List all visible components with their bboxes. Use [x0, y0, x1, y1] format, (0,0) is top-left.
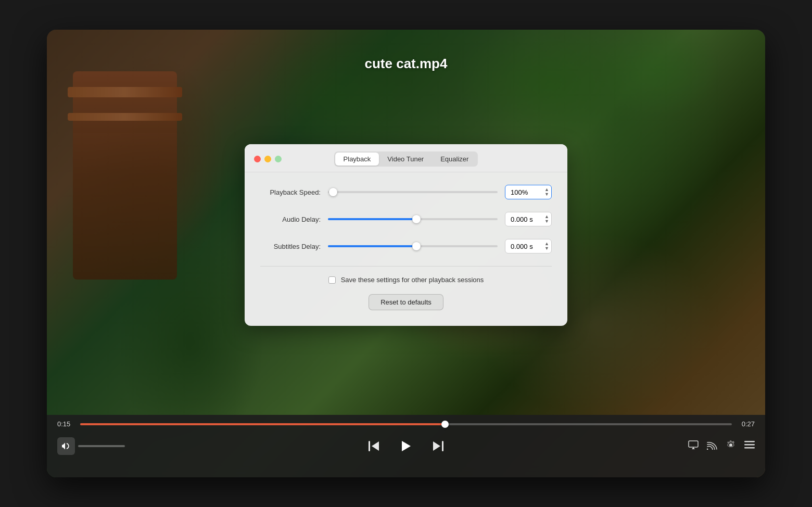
cast-icon	[707, 440, 717, 450]
audio-delay-down-arrow[interactable]: ▼	[544, 219, 549, 224]
playback-speed-row: Playback Speed: 100% ▲ ▼	[260, 185, 552, 199]
playback-dialog: Playback Video Tuner Equalizer Playback …	[245, 144, 567, 326]
skip-back-icon	[369, 441, 380, 451]
maximize-button[interactable]	[275, 156, 282, 162]
audio-delay-stepper[interactable]: ▲ ▼	[544, 214, 549, 224]
player-container: cute cat.mp4 Playback Video Tuner Equali…	[47, 30, 765, 477]
svg-rect-5	[744, 444, 755, 446]
playlist-icon	[744, 441, 755, 449]
audio-delay-thumb[interactable]	[412, 215, 421, 223]
cast-button[interactable]	[707, 440, 717, 452]
svg-rect-1	[442, 441, 443, 451]
playback-speed-value: 100%	[511, 188, 528, 196]
subtitles-delay-row: Subtitles Delay: 0.000 s ▲ ▼	[260, 239, 552, 254]
subtitles-delay-label: Subtitles Delay:	[260, 243, 328, 250]
scene-bench	[73, 71, 177, 280]
audio-delay-slider[interactable]	[328, 218, 498, 220]
airplay-icon	[688, 440, 699, 450]
subtitles-delay-slider[interactable]	[328, 245, 498, 247]
playback-speed-label: Playback Speed:	[260, 188, 328, 196]
svg-rect-2	[689, 441, 698, 447]
tab-equalizer[interactable]: Equalizer	[432, 153, 477, 166]
subtitles-delay-value-box[interactable]: 0.000 s ▲ ▼	[505, 239, 552, 254]
settings-icon	[726, 440, 736, 450]
controls-bar: 0:15 0:27	[47, 415, 765, 477]
dialog-body: Playback Speed: 100% ▲ ▼ Audio Delay:	[245, 172, 567, 326]
speed-down-arrow[interactable]: ▼	[544, 192, 549, 197]
play-button[interactable]	[395, 435, 417, 458]
subtitles-delay-value: 0.000 s	[511, 243, 533, 250]
save-label: Save these settings for other playback s…	[341, 276, 484, 284]
current-time: 0:15	[57, 420, 74, 428]
reset-button[interactable]: Reset to defaults	[369, 294, 443, 310]
total-time: 0:27	[738, 420, 755, 428]
progress-thumb[interactable]	[441, 421, 449, 428]
volume-button[interactable]	[57, 437, 75, 455]
audio-delay-value: 0.000 s	[511, 216, 533, 223]
progress-fill	[80, 423, 445, 425]
svg-rect-0	[369, 441, 370, 451]
playback-speed-thumb[interactable]	[329, 188, 337, 196]
skip-back-button[interactable]	[369, 441, 380, 451]
close-button[interactable]	[254, 156, 261, 162]
dialog-divider	[260, 266, 552, 267]
subtitles-delay-thumb[interactable]	[412, 242, 421, 250]
video-title: cute cat.mp4	[47, 56, 765, 72]
play-icon	[401, 440, 411, 452]
save-row: Save these settings for other playback s…	[260, 276, 552, 284]
save-checkbox[interactable]	[328, 276, 336, 284]
dialog-titlebar: Playback Video Tuner Equalizer	[245, 144, 567, 172]
airplay-button[interactable]	[688, 440, 699, 452]
svg-rect-4	[744, 441, 755, 442]
playback-speed-value-box[interactable]: 100% ▲ ▼	[505, 185, 552, 199]
audio-delay-row: Audio Delay: 0.000 s ▲ ▼	[260, 212, 552, 226]
controls-row	[57, 433, 755, 459]
skip-forward-icon	[432, 441, 443, 451]
audio-delay-label: Audio Delay:	[260, 216, 328, 223]
audio-delay-fill	[328, 218, 416, 220]
volume-icon	[62, 442, 70, 450]
skip-forward-button[interactable]	[432, 441, 443, 451]
subtitles-down-arrow[interactable]: ▼	[544, 246, 549, 251]
traffic-lights	[254, 156, 282, 162]
progress-track[interactable]	[80, 423, 732, 425]
tab-video-tuner[interactable]: Video Tuner	[379, 153, 432, 166]
subtitles-delay-fill	[328, 245, 416, 247]
playback-speed-stepper[interactable]: ▲ ▼	[544, 187, 549, 197]
svg-rect-6	[744, 447, 755, 449]
volume-track[interactable]	[78, 445, 125, 447]
controls-left	[57, 437, 141, 455]
settings-button[interactable]	[726, 440, 736, 453]
progress-area: 0:15 0:27	[57, 420, 755, 428]
svg-point-3	[707, 448, 708, 450]
subtitles-delay-stepper[interactable]: ▲ ▼	[544, 242, 549, 251]
tab-playback[interactable]: Playback	[335, 153, 379, 166]
audio-delay-value-box[interactable]: 0.000 s ▲ ▼	[505, 212, 552, 226]
dialog-tabs: Playback Video Tuner Equalizer	[334, 151, 478, 167]
controls-right	[671, 440, 755, 453]
playlist-button[interactable]	[744, 441, 755, 452]
minimize-button[interactable]	[264, 156, 271, 162]
playback-speed-slider[interactable]	[328, 191, 498, 193]
controls-center	[369, 435, 443, 458]
